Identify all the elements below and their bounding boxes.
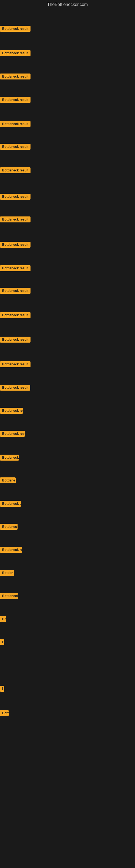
bottleneck-badge-9: Bottleneck result bbox=[0, 216, 31, 222]
bottleneck-item-19[interactable]: Bottleneck bbox=[0, 455, 19, 462]
bottleneck-item-28[interactable]: I bbox=[0, 686, 4, 693]
bottleneck-badge-11: Bottleneck result bbox=[0, 265, 31, 271]
bottleneck-item-27[interactable]: B bbox=[0, 639, 4, 646]
bottleneck-item-13[interactable]: Bottleneck result bbox=[0, 312, 31, 319]
bottleneck-badge-4: Bottleneck result bbox=[0, 97, 31, 103]
bottleneck-item-15[interactable]: Bottleneck result bbox=[0, 361, 31, 368]
bottleneck-badge-10: Bottleneck result bbox=[0, 242, 31, 248]
bottleneck-item-17[interactable]: Bottleneck re bbox=[0, 408, 23, 415]
bottleneck-badge-17: Bottleneck re bbox=[0, 408, 23, 414]
bottleneck-item-18[interactable]: Bottleneck resu bbox=[0, 431, 25, 438]
bottleneck-item-23[interactable]: Bottleneck re bbox=[0, 547, 22, 554]
bottleneck-badge-14: Bottleneck result bbox=[0, 337, 31, 343]
bottleneck-item-1[interactable]: Bottleneck result bbox=[0, 26, 31, 33]
bottleneck-badge-15: Bottleneck result bbox=[0, 361, 31, 367]
bottleneck-badge-25: Bottleneck bbox=[0, 593, 18, 599]
bottleneck-badge-18: Bottleneck resu bbox=[0, 431, 25, 437]
site-title: TheBottlenecker.com bbox=[0, 0, 135, 10]
bottleneck-item-24[interactable]: Bottlen bbox=[0, 570, 14, 577]
bottleneck-item-10[interactable]: Bottleneck result bbox=[0, 242, 31, 249]
bottleneck-badge-26: Bo bbox=[0, 616, 6, 622]
bottleneck-badge-7: Bottleneck result bbox=[0, 167, 31, 173]
bottleneck-badge-27: B bbox=[0, 639, 4, 645]
bottleneck-item-26[interactable]: Bo bbox=[0, 616, 6, 623]
bottleneck-item-22[interactable]: Bottlenec bbox=[0, 524, 17, 531]
bottleneck-item-14[interactable]: Bottleneck result bbox=[0, 337, 31, 344]
bottleneck-badge-3: Bottleneck result bbox=[0, 73, 31, 80]
bottleneck-badge-16: Bottleneck result bbox=[0, 384, 30, 391]
bottleneck-item-2[interactable]: Bottleneck result bbox=[0, 50, 31, 57]
bottleneck-item-8[interactable]: Bottleneck result bbox=[0, 194, 31, 201]
bottleneck-badge-8: Bottleneck result bbox=[0, 194, 31, 199]
bottleneck-item-12[interactable]: Bottleneck result bbox=[0, 288, 31, 295]
bottleneck-badge-29: Bott bbox=[0, 710, 9, 716]
bottleneck-item-3[interactable]: Bottleneck result bbox=[0, 73, 31, 81]
bottleneck-badge-23: Bottleneck re bbox=[0, 547, 22, 553]
bottleneck-item-25[interactable]: Bottleneck bbox=[0, 593, 18, 600]
bottleneck-item-11[interactable]: Bottleneck result bbox=[0, 265, 31, 272]
bottleneck-badge-22: Bottlenec bbox=[0, 524, 17, 530]
bottleneck-badge-2: Bottleneck result bbox=[0, 50, 31, 56]
bottleneck-item-20[interactable]: Bottlene bbox=[0, 477, 16, 485]
bottleneck-item-9[interactable]: Bottleneck result bbox=[0, 216, 31, 223]
bottleneck-badge-21: Bottleneck e bbox=[0, 501, 21, 507]
bottleneck-badge-12: Bottleneck result bbox=[0, 288, 31, 294]
bottleneck-item-5[interactable]: Bottleneck result bbox=[0, 121, 31, 128]
bottleneck-badge-6: Bottleneck result bbox=[0, 144, 31, 150]
bottleneck-item-16[interactable]: Bottleneck result bbox=[0, 384, 30, 392]
bottleneck-item-4[interactable]: Bottleneck result bbox=[0, 97, 31, 104]
bottleneck-badge-28: I bbox=[0, 686, 4, 692]
bottleneck-item-21[interactable]: Bottleneck e bbox=[0, 501, 21, 508]
bottleneck-badge-13: Bottleneck result bbox=[0, 312, 31, 318]
bottleneck-badge-1: Bottleneck result bbox=[0, 26, 31, 32]
bottleneck-badge-19: Bottleneck bbox=[0, 455, 19, 461]
bottleneck-item-7[interactable]: Bottleneck result bbox=[0, 167, 31, 175]
bottleneck-badge-24: Bottlen bbox=[0, 570, 14, 576]
bottleneck-item-29[interactable]: Bott bbox=[0, 710, 9, 717]
bottleneck-badge-5: Bottleneck result bbox=[0, 121, 31, 127]
bottleneck-item-6[interactable]: Bottleneck result bbox=[0, 144, 31, 151]
bottleneck-badge-20: Bottlene bbox=[0, 477, 16, 484]
